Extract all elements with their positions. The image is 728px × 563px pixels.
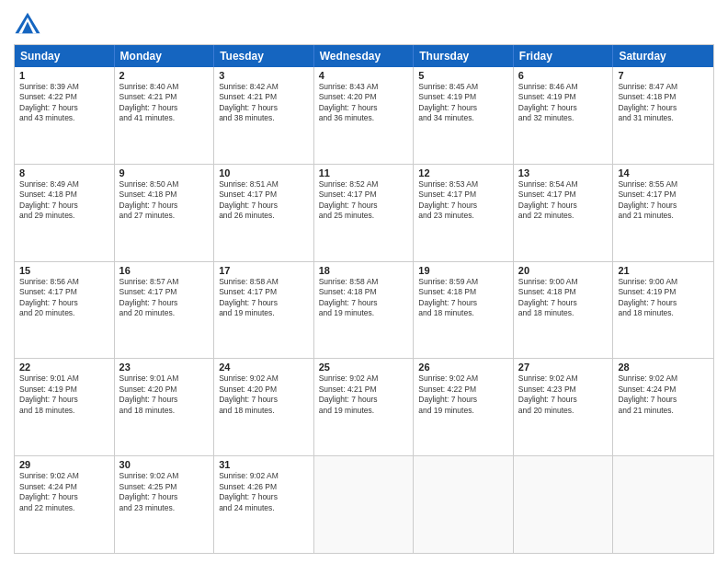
calendar-cell-10: 10Sunrise: 8:51 AMSunset: 4:17 PMDayligh… — [214, 165, 314, 261]
calendar-cell-7: 7Sunrise: 8:47 AMSunset: 4:18 PMDaylight… — [613, 67, 713, 164]
cell-text: Sunrise: 8:50 AMSunset: 4:18 PMDaylight:… — [119, 179, 210, 222]
calendar-row-5: 29Sunrise: 9:02 AMSunset: 4:24 PMDayligh… — [15, 456, 713, 553]
cell-text: Sunrise: 9:01 AMSunset: 4:19 PMDaylight:… — [19, 373, 109, 416]
page: SundayMondayTuesdayWednesdayThursdayFrid… — [0, 0, 728, 563]
day-number: 4 — [319, 70, 409, 81]
header-day-saturday: Saturday — [613, 45, 713, 67]
calendar-cell-26: 26Sunrise: 9:02 AMSunset: 4:22 PMDayligh… — [414, 359, 514, 455]
day-number: 8 — [19, 167, 109, 178]
day-number: 17 — [219, 265, 309, 276]
day-number: 3 — [219, 70, 309, 81]
cell-text: Sunrise: 8:59 AMSunset: 4:18 PMDaylight:… — [418, 277, 508, 319]
cell-text: Sunrise: 8:42 AMSunset: 4:21 PMDaylight:… — [219, 82, 309, 124]
cell-text: Sunrise: 8:53 AMSunset: 4:17 PMDaylight:… — [418, 179, 508, 222]
day-number: 23 — [119, 362, 210, 373]
calendar-cell-24: 24Sunrise: 9:02 AMSunset: 4:20 PMDayligh… — [214, 359, 314, 455]
calendar-row-3: 15Sunrise: 8:56 AMSunset: 4:17 PMDayligh… — [15, 262, 713, 360]
calendar-cell-17: 17Sunrise: 8:58 AMSunset: 4:17 PMDayligh… — [214, 262, 314, 359]
cell-text: Sunrise: 9:00 AMSunset: 4:18 PMDaylight:… — [518, 277, 609, 319]
calendar-cell-25: 25Sunrise: 9:02 AMSunset: 4:21 PMDayligh… — [314, 359, 415, 455]
day-number: 13 — [518, 167, 609, 178]
cell-text: Sunrise: 8:45 AMSunset: 4:19 PMDaylight:… — [418, 82, 508, 124]
day-number: 31 — [219, 459, 309, 470]
day-number: 20 — [518, 265, 609, 276]
cell-text: Sunrise: 9:02 AMSunset: 4:23 PMDaylight:… — [518, 373, 609, 416]
calendar-cell-4: 4Sunrise: 8:43 AMSunset: 4:20 PMDaylight… — [314, 67, 415, 164]
calendar-cell-1: 1Sunrise: 8:39 AMSunset: 4:22 PMDaylight… — [15, 67, 115, 164]
day-number: 2 — [119, 70, 210, 81]
header — [14, 9, 714, 37]
cell-text: Sunrise: 8:43 AMSunset: 4:20 PMDaylight:… — [319, 82, 409, 124]
day-number: 5 — [418, 70, 508, 81]
calendar-cell-27: 27Sunrise: 9:02 AMSunset: 4:23 PMDayligh… — [514, 359, 614, 455]
day-number: 6 — [518, 70, 609, 81]
calendar-body: 1Sunrise: 8:39 AMSunset: 4:22 PMDaylight… — [15, 67, 713, 553]
header-day-tuesday: Tuesday — [214, 45, 314, 67]
day-number: 24 — [219, 362, 309, 373]
calendar-cell-23: 23Sunrise: 9:01 AMSunset: 4:20 PMDayligh… — [115, 359, 215, 455]
day-number: 12 — [418, 167, 508, 178]
day-number: 7 — [618, 70, 709, 81]
calendar-header: SundayMondayTuesdayWednesdayThursdayFrid… — [15, 45, 713, 67]
calendar-cell-31: 31Sunrise: 9:02 AMSunset: 4:26 PMDayligh… — [214, 456, 314, 553]
calendar-cell-18: 18Sunrise: 8:58 AMSunset: 4:18 PMDayligh… — [314, 262, 415, 359]
cell-text: Sunrise: 8:47 AMSunset: 4:18 PMDaylight:… — [618, 82, 709, 124]
calendar-cell-29: 29Sunrise: 9:02 AMSunset: 4:24 PMDayligh… — [15, 456, 115, 553]
day-number: 28 — [618, 362, 709, 373]
cell-text: Sunrise: 9:02 AMSunset: 4:21 PMDaylight:… — [319, 373, 409, 416]
calendar-cell-30: 30Sunrise: 9:02 AMSunset: 4:25 PMDayligh… — [115, 456, 215, 553]
cell-text: Sunrise: 9:02 AMSunset: 4:24 PMDaylight:… — [19, 471, 109, 513]
cell-text: Sunrise: 8:46 AMSunset: 4:19 PMDaylight:… — [518, 82, 609, 124]
calendar-cell-3: 3Sunrise: 8:42 AMSunset: 4:21 PMDaylight… — [214, 67, 314, 164]
cell-text: Sunrise: 8:57 AMSunset: 4:17 PMDaylight:… — [119, 277, 210, 319]
day-number: 14 — [618, 167, 709, 178]
cell-text: Sunrise: 9:02 AMSunset: 4:25 PMDaylight:… — [119, 471, 210, 513]
day-number: 15 — [19, 265, 109, 276]
calendar-cell-22: 22Sunrise: 9:01 AMSunset: 4:19 PMDayligh… — [15, 359, 115, 455]
day-number: 22 — [19, 362, 109, 373]
cell-text: Sunrise: 8:40 AMSunset: 4:21 PMDaylight:… — [119, 82, 210, 124]
day-number: 10 — [219, 167, 309, 178]
day-number: 25 — [319, 362, 409, 373]
calendar: SundayMondayTuesdayWednesdayThursdayFrid… — [14, 44, 714, 554]
cell-text: Sunrise: 9:00 AMSunset: 4:19 PMDaylight:… — [618, 277, 709, 319]
cell-text: Sunrise: 8:51 AMSunset: 4:17 PMDaylight:… — [219, 179, 309, 222]
calendar-cell-9: 9Sunrise: 8:50 AMSunset: 4:18 PMDaylight… — [115, 165, 215, 261]
calendar-cell-11: 11Sunrise: 8:52 AMSunset: 4:17 PMDayligh… — [314, 165, 415, 261]
day-number: 27 — [518, 362, 609, 373]
calendar-cell-19: 19Sunrise: 8:59 AMSunset: 4:18 PMDayligh… — [414, 262, 514, 359]
calendar-cell-empty — [514, 456, 614, 553]
cell-text: Sunrise: 9:01 AMSunset: 4:20 PMDaylight:… — [119, 373, 210, 416]
calendar-cell-empty — [414, 456, 514, 553]
calendar-row-4: 22Sunrise: 9:01 AMSunset: 4:19 PMDayligh… — [15, 359, 713, 456]
header-day-sunday: Sunday — [15, 45, 115, 67]
cell-text: Sunrise: 8:58 AMSunset: 4:17 PMDaylight:… — [219, 277, 309, 319]
day-number: 16 — [119, 265, 210, 276]
calendar-cell-13: 13Sunrise: 8:54 AMSunset: 4:17 PMDayligh… — [514, 165, 614, 261]
calendar-cell-empty — [314, 456, 415, 553]
day-number: 30 — [119, 459, 210, 470]
calendar-cell-16: 16Sunrise: 8:57 AMSunset: 4:17 PMDayligh… — [115, 262, 215, 359]
calendar-cell-14: 14Sunrise: 8:55 AMSunset: 4:17 PMDayligh… — [613, 165, 713, 261]
cell-text: Sunrise: 8:58 AMSunset: 4:18 PMDaylight:… — [319, 277, 409, 319]
calendar-cell-8: 8Sunrise: 8:49 AMSunset: 4:18 PMDaylight… — [15, 165, 115, 261]
cell-text: Sunrise: 9:02 AMSunset: 4:22 PMDaylight:… — [418, 373, 508, 416]
cell-text: Sunrise: 9:02 AMSunset: 4:26 PMDaylight:… — [219, 471, 309, 513]
day-number: 29 — [19, 459, 109, 470]
calendar-row-2: 8Sunrise: 8:49 AMSunset: 4:18 PMDaylight… — [15, 165, 713, 262]
cell-text: Sunrise: 8:56 AMSunset: 4:17 PMDaylight:… — [19, 277, 109, 319]
day-number: 21 — [618, 265, 709, 276]
header-day-friday: Friday — [514, 45, 614, 67]
header-day-monday: Monday — [115, 45, 215, 67]
cell-text: Sunrise: 9:02 AMSunset: 4:24 PMDaylight:… — [618, 373, 709, 416]
cell-text: Sunrise: 8:54 AMSunset: 4:17 PMDaylight:… — [518, 179, 609, 222]
day-number: 19 — [418, 265, 508, 276]
calendar-cell-21: 21Sunrise: 9:00 AMSunset: 4:19 PMDayligh… — [613, 262, 713, 359]
day-number: 1 — [19, 70, 109, 81]
day-number: 11 — [319, 167, 409, 178]
day-number: 18 — [319, 265, 409, 276]
calendar-cell-12: 12Sunrise: 8:53 AMSunset: 4:17 PMDayligh… — [414, 165, 514, 261]
calendar-cell-15: 15Sunrise: 8:56 AMSunset: 4:17 PMDayligh… — [15, 262, 115, 359]
day-number: 26 — [418, 362, 508, 373]
calendar-cell-6: 6Sunrise: 8:46 AMSunset: 4:19 PMDaylight… — [514, 67, 614, 164]
